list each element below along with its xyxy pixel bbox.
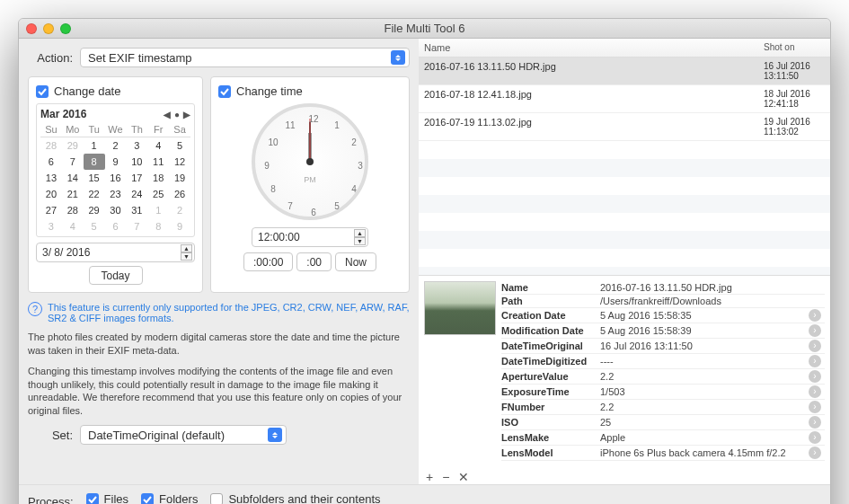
process-files-label: Files	[104, 492, 128, 504]
apply-property-button[interactable]: ›	[809, 340, 821, 352]
calendar-day[interactable]: 25	[147, 186, 169, 202]
calendar-next-button[interactable]: ▶	[183, 110, 190, 119]
property-value: ----	[600, 356, 809, 367]
calendar-day[interactable]: 29	[62, 137, 84, 154]
apply-property-button[interactable]: ›	[809, 431, 821, 444]
time-input-value: 12:00:00	[258, 231, 300, 243]
calendar-day[interactable]: 6	[105, 218, 127, 234]
file-table-empty-area[interactable]	[419, 141, 830, 276]
calendar-day[interactable]: 27	[40, 202, 62, 218]
calendar-day[interactable]: 4	[147, 137, 169, 154]
analog-clock[interactable]: PM 121234567891011	[252, 103, 368, 220]
apply-property-button[interactable]: ›	[809, 385, 821, 398]
calendar-day[interactable]: 2	[169, 202, 190, 218]
zero-sec-button[interactable]: :00	[296, 252, 332, 271]
remove-file-button[interactable]: −	[442, 470, 449, 484]
clock-number: 6	[311, 208, 316, 217]
property-row: DateTimeOriginal16 Jul 2016 13:11:50›	[501, 339, 825, 354]
calendar-day[interactable]: 8	[147, 218, 169, 234]
property-row: ExposureTime1/503›	[501, 385, 825, 400]
column-header-shot-on[interactable]: Shot on	[758, 39, 830, 57]
apply-property-button[interactable]: ›	[809, 447, 821, 459]
process-subfolders-checkbox[interactable]: Subfolders and their contents	[210, 492, 380, 504]
apply-property-button[interactable]: ›	[809, 416, 821, 429]
calendar-day[interactable]: 18	[147, 170, 169, 186]
zero-min-sec-button[interactable]: :00:00	[243, 252, 293, 271]
calendar-day[interactable]: 9	[169, 218, 190, 234]
calendar-day[interactable]: 10	[126, 154, 147, 170]
calendar-day[interactable]: 11	[147, 154, 169, 170]
calendar-day[interactable]: 1	[147, 202, 169, 218]
process-folders-checkbox[interactable]: Folders	[141, 492, 198, 504]
calendar-day[interactable]: 4	[62, 218, 84, 234]
change-date-checkbox[interactable]: Change date	[36, 84, 195, 98]
calendar-day[interactable]: 22	[84, 186, 105, 202]
calendar-day[interactable]: 3	[126, 137, 147, 154]
calendar-day[interactable]: 14	[62, 170, 84, 186]
calendar-day[interactable]: 15	[84, 170, 105, 186]
calendar-day[interactable]: 9	[105, 154, 127, 170]
calendar-day[interactable]: 23	[105, 186, 127, 202]
calendar-day[interactable]: 12	[169, 154, 190, 170]
calendar-day[interactable]: 7	[62, 154, 84, 170]
second-hand	[310, 119, 311, 162]
date-stepper[interactable]: ▲▼	[181, 244, 192, 261]
clock-number: 4	[351, 184, 357, 194]
calendar-day[interactable]: 24	[126, 186, 147, 202]
calendar-grid[interactable]: SuMoTuWeThFrSa28291234567891011121314151…	[40, 122, 190, 234]
calendar-day[interactable]: 31	[126, 202, 147, 218]
zoom-window-button[interactable]	[60, 23, 71, 34]
help-icon[interactable]: ?	[28, 302, 42, 316]
process-files-checkbox[interactable]: Files	[86, 492, 128, 504]
change-time-checkbox[interactable]: Change time	[218, 84, 402, 98]
calendar-day[interactable]: 26	[169, 186, 190, 202]
checkbox-checked-icon	[36, 85, 49, 98]
apply-property-button[interactable]: ›	[809, 309, 821, 322]
time-stepper[interactable]: ▲▼	[354, 229, 366, 245]
apply-property-button[interactable]: ›	[809, 401, 821, 413]
calendar-day[interactable]: 17	[126, 170, 147, 186]
calendar-day[interactable]: 1	[84, 137, 105, 154]
calendar-day[interactable]: 2	[105, 137, 127, 154]
stepper-down-icon[interactable]: ▼	[181, 252, 192, 261]
today-button[interactable]: Today	[89, 266, 143, 285]
calendar-day[interactable]: 19	[169, 170, 190, 186]
table-row[interactable]: 2016-07-18 12.41.18.jpg18 Jul 2016 12:41…	[419, 85, 830, 113]
add-file-button[interactable]: +	[426, 470, 433, 484]
calendar-day[interactable]: 29	[84, 202, 105, 218]
calendar-day[interactable]: 5	[84, 218, 105, 234]
now-button[interactable]: Now	[335, 252, 376, 271]
stepper-up-icon[interactable]: ▲	[181, 244, 192, 252]
date-input[interactable]: 3/ 8/ 2016 ▲▼	[36, 243, 195, 262]
apply-property-button[interactable]: ›	[809, 324, 821, 337]
set-select[interactable]: DateTimeOriginal (default)	[80, 425, 287, 445]
table-row[interactable]: 2016-07-16 13.11.50 HDR.jpg16 Jul 2016 1…	[419, 57, 830, 85]
property-key: Path	[501, 296, 600, 306]
calendar-day[interactable]: 3	[40, 218, 62, 234]
action-select[interactable]: Set EXIF timestamp	[80, 48, 410, 67]
calendar-day[interactable]: 6	[40, 154, 62, 170]
calendar-day[interactable]: 28	[40, 137, 62, 154]
apply-property-button[interactable]: ›	[809, 370, 821, 383]
calendar-day[interactable]: 21	[62, 186, 84, 202]
calendar-today-dot-button[interactable]: ●	[174, 110, 180, 119]
clear-files-button[interactable]: ✕	[458, 470, 469, 484]
close-window-button[interactable]	[26, 23, 37, 34]
calendar-prev-button[interactable]: ◀	[164, 110, 171, 119]
calendar-day[interactable]: 8	[84, 154, 105, 170]
calendar-day[interactable]: 28	[62, 202, 84, 218]
calendar-day[interactable]: 16	[105, 170, 127, 186]
stepper-down-icon[interactable]: ▼	[354, 237, 366, 245]
calendar-day[interactable]: 7	[126, 218, 147, 234]
apply-property-button[interactable]: ›	[809, 355, 821, 367]
column-header-name[interactable]: Name	[419, 39, 758, 57]
calendar-day[interactable]: 20	[40, 186, 62, 202]
stepper-up-icon[interactable]: ▲	[354, 229, 366, 237]
calendar-day[interactable]: 30	[105, 202, 127, 218]
calendar-day[interactable]: 13	[40, 170, 62, 186]
table-row[interactable]: 2016-07-19 11.13.02.jpg19 Jul 2016 11:13…	[419, 113, 830, 141]
property-key: DateTimeDigitized	[501, 356, 600, 367]
time-input[interactable]: 12:00:00 ▲▼	[252, 227, 368, 247]
calendar-day[interactable]: 5	[169, 137, 190, 154]
minimize-window-button[interactable]	[43, 23, 54, 34]
